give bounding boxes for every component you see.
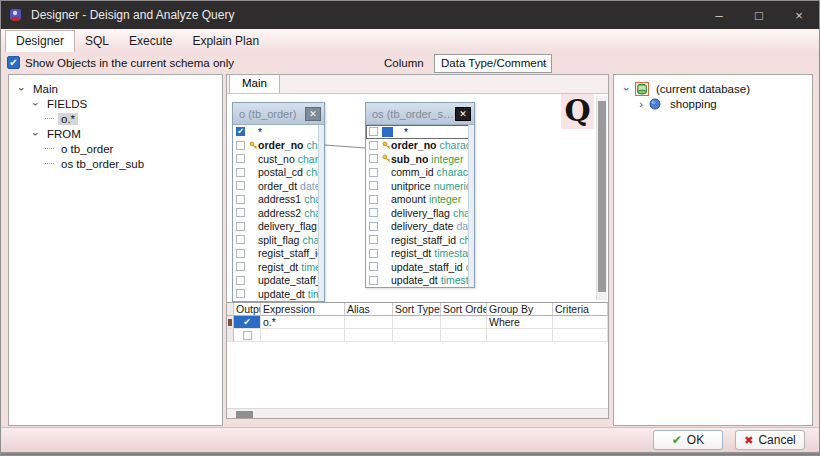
column-row-update-staff-id[interactable]: update_staff_idcharacter bbox=[233, 274, 324, 288]
grid-cell-expression[interactable]: o.* bbox=[261, 316, 345, 329]
column-select[interactable]: Data Type/Comment › bbox=[434, 54, 552, 73]
column-row-update-dt[interactable]: update_dttimestamp bbox=[233, 287, 324, 301]
column-row-order-no[interactable]: order_nocharacter bbox=[366, 139, 474, 153]
tree-item-fields[interactable]: ›FIELDS bbox=[9, 96, 222, 111]
tree-item-o[interactable]: o.* bbox=[9, 111, 222, 126]
column-checkbox[interactable] bbox=[236, 154, 245, 163]
table-box-os-tb-order-sub[interactable]: os (tb_order_sub)✕*order_nocharactersub_… bbox=[365, 102, 475, 288]
grid-cell-group_by[interactable]: Where bbox=[487, 316, 553, 329]
ok-button[interactable]: ✔ OK bbox=[653, 430, 723, 450]
column-row-regist-dt[interactable]: regist_dttimestamp bbox=[233, 260, 324, 274]
show-objects-checkbox[interactable]: ✔ bbox=[7, 56, 20, 69]
grid-horizontal-scrollbar[interactable] bbox=[227, 408, 608, 419]
column-row-comm-id[interactable]: comm_idcharacter bbox=[366, 166, 474, 180]
column-row-update-dt[interactable]: update_dttimestamp bbox=[366, 274, 474, 288]
chevron-expanded-icon[interactable]: › bbox=[30, 99, 42, 109]
column-checkbox[interactable] bbox=[369, 181, 378, 190]
grid-cell-sort_order[interactable] bbox=[441, 316, 487, 329]
column-row-regist-dt[interactable]: regist_dttimestamp bbox=[366, 247, 474, 261]
column-checkbox[interactable] bbox=[236, 208, 245, 217]
output-checkbox[interactable] bbox=[243, 331, 252, 340]
table-box-o-tb-order[interactable]: o (tb_order)✕✔*order_nocharactercust_noc… bbox=[232, 102, 325, 302]
table-scrollbar[interactable] bbox=[318, 125, 324, 301]
grid-row-header[interactable] bbox=[227, 329, 234, 342]
chevron-expanded-icon[interactable]: › bbox=[16, 84, 28, 94]
tab-designer[interactable]: Designer bbox=[5, 30, 75, 52]
cancel-button[interactable]: ✖ Cancel bbox=[735, 430, 805, 450]
column-row-item[interactable]: * bbox=[366, 125, 474, 139]
grid-cell-expression[interactable] bbox=[261, 329, 345, 342]
chevron-collapsed-icon[interactable]: › bbox=[636, 98, 646, 110]
column-row-update-staff-id[interactable]: update_staff_idcharacter bbox=[366, 260, 474, 274]
column-checkbox[interactable] bbox=[236, 141, 245, 150]
column-checkbox[interactable] bbox=[236, 262, 245, 271]
column-row-order-dt[interactable]: order_dtdate / bbox=[233, 179, 324, 193]
column-row-split-flag[interactable]: split_flagcharacter bbox=[233, 233, 324, 247]
column-row-regist-staff-id[interactable]: regist_staff_idcharacter bbox=[366, 233, 474, 247]
column-row-address1[interactable]: address1character bbox=[233, 193, 324, 207]
grid-cell-sort_type[interactable] bbox=[393, 316, 441, 329]
column-row-postal-cd[interactable]: postal_cdcharacter bbox=[233, 166, 324, 180]
column-checkbox[interactable] bbox=[236, 222, 245, 231]
column-checkbox[interactable] bbox=[236, 249, 245, 258]
column-checkbox[interactable] bbox=[236, 168, 245, 177]
column-row-delivery-flag[interactable]: delivery_flagcharacter bbox=[366, 206, 474, 220]
tree-item-from[interactable]: ›FROM bbox=[9, 126, 222, 141]
column-row-amount[interactable]: amountinteger bbox=[366, 193, 474, 207]
scrollbar-thumb[interactable] bbox=[236, 411, 253, 418]
canvas-vertical-scrollbar[interactable] bbox=[596, 96, 607, 300]
minimize-icon[interactable]: – bbox=[699, 1, 739, 29]
column-checkbox[interactable] bbox=[369, 127, 378, 136]
column-checkbox[interactable] bbox=[369, 222, 378, 231]
grid-cell-sort_type[interactable] bbox=[393, 329, 441, 342]
scrollbar-thumb[interactable] bbox=[598, 101, 606, 292]
table-scrollbar[interactable] bbox=[468, 125, 474, 287]
column-checkbox[interactable] bbox=[369, 249, 378, 258]
column-row-unitprice[interactable]: unitpricenumeric bbox=[366, 179, 474, 193]
tab-execute[interactable]: Execute bbox=[119, 31, 182, 52]
tab-explain-plan[interactable]: Explain Plan bbox=[182, 31, 269, 52]
column-row-address2[interactable]: address2character bbox=[233, 206, 324, 220]
tree-item-shopping[interactable]: ›shopping bbox=[614, 96, 812, 111]
column-checkbox[interactable] bbox=[369, 154, 378, 163]
column-checkbox[interactable] bbox=[369, 195, 378, 204]
column-checkbox[interactable] bbox=[236, 181, 245, 190]
grid-output-cell[interactable] bbox=[234, 329, 261, 342]
column-checkbox[interactable] bbox=[236, 195, 245, 204]
column-row-order-no[interactable]: order_nocharacter bbox=[233, 139, 324, 153]
close-table-icon[interactable]: ✕ bbox=[305, 107, 321, 121]
tree-item-main[interactable]: ›Main bbox=[9, 81, 222, 96]
column-checkbox[interactable]: ✔ bbox=[236, 127, 245, 136]
chevron-expanded-icon[interactable]: › bbox=[621, 84, 633, 94]
grid-cell-group_by[interactable] bbox=[487, 329, 553, 342]
grid-cell-alias[interactable] bbox=[345, 316, 393, 329]
column-row-sub-no[interactable]: sub_nointeger bbox=[366, 152, 474, 166]
close-icon[interactable]: × bbox=[779, 1, 819, 29]
column-checkbox[interactable] bbox=[369, 141, 378, 150]
maximize-icon[interactable]: □ bbox=[739, 1, 779, 29]
column-row-delivery-date[interactable]: delivery_datedate bbox=[366, 220, 474, 234]
grid-cell-criteria[interactable] bbox=[553, 316, 608, 329]
table-box-header[interactable]: os (tb_order_sub)✕ bbox=[366, 103, 474, 125]
column-checkbox[interactable] bbox=[369, 262, 378, 271]
tree-item-os-tb-order-sub[interactable]: os tb_order_sub bbox=[9, 156, 222, 171]
column-row-cust-no[interactable]: cust_nocharacter bbox=[233, 152, 324, 166]
grid-output-cell[interactable]: ✔ bbox=[234, 316, 261, 329]
column-checkbox[interactable] bbox=[369, 208, 378, 217]
table-box-header[interactable]: o (tb_order)✕ bbox=[233, 103, 324, 125]
grid-cell-criteria[interactable] bbox=[553, 329, 608, 342]
column-checkbox[interactable] bbox=[236, 289, 245, 298]
column-checkbox[interactable] bbox=[369, 276, 378, 285]
column-row-delivery-flag[interactable]: delivery_flagcharacter bbox=[233, 220, 324, 234]
tree-item-current-database[interactable]: ›(current database) bbox=[614, 81, 812, 96]
column-checkbox[interactable] bbox=[236, 235, 245, 244]
tab-sql[interactable]: SQL bbox=[75, 31, 119, 52]
grid-cell-sort_order[interactable] bbox=[441, 329, 487, 342]
chevron-expanded-icon[interactable]: › bbox=[30, 129, 42, 139]
designer-tab-main[interactable]: Main bbox=[229, 74, 280, 93]
grid-row-header[interactable] bbox=[227, 316, 234, 329]
column-checkbox[interactable] bbox=[369, 168, 378, 177]
column-row-item[interactable]: ✔* bbox=[233, 125, 324, 139]
column-row-regist-staff-id[interactable]: regist_staff_idcharacter bbox=[233, 247, 324, 261]
column-checkbox[interactable] bbox=[236, 276, 245, 285]
